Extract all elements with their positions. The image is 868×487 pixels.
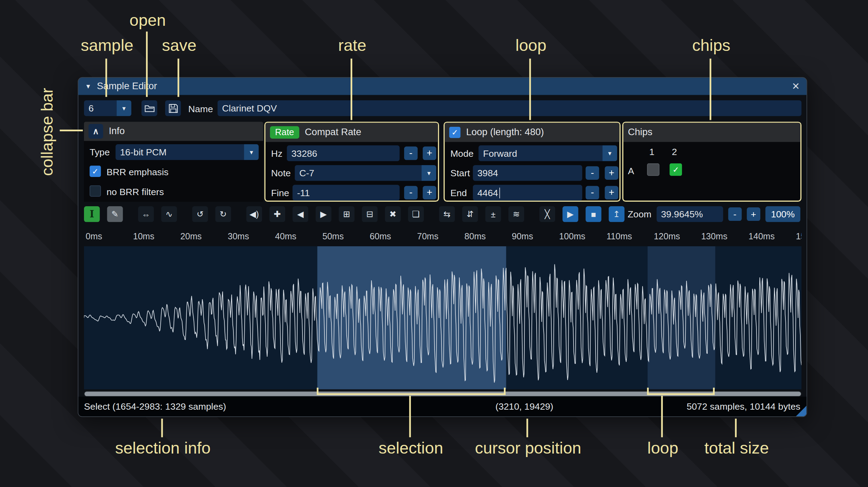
collapse-bar-button[interactable]: ∧ xyxy=(89,124,103,139)
delete-icon: ✖ xyxy=(389,209,396,219)
open-button[interactable] xyxy=(141,100,157,116)
trim-button[interactable]: ❏ xyxy=(408,206,424,222)
rate-toggle-button[interactable]: Rate xyxy=(270,126,299,139)
fade-in-button[interactable]: ◀ xyxy=(292,206,308,222)
resize-icon: ⇔ xyxy=(142,209,150,219)
note-selector[interactable]: C-7 ▼ xyxy=(295,165,436,181)
no-brr-filters-checkbox[interactable] xyxy=(90,185,101,196)
chips-column-2-label: 2 xyxy=(672,147,677,157)
chevron-up-icon: ∧ xyxy=(93,126,99,136)
fine-input[interactable]: -11 xyxy=(292,185,399,201)
name-label: Name xyxy=(188,104,213,115)
annotation-total-size-line xyxy=(735,419,737,437)
name-input[interactable]: Clarinet DQV xyxy=(217,100,801,116)
annotation-rate-label: rate xyxy=(338,36,367,55)
brr-emphasis-label: BRR emphasis xyxy=(107,164,169,180)
annotation-cursor-position-line xyxy=(527,419,528,437)
zoom-out-button[interactable]: - xyxy=(728,207,742,221)
resize-button[interactable]: ⇔ xyxy=(138,206,154,222)
hz-label: Hz xyxy=(271,145,283,161)
chips-row-a-label: A xyxy=(628,166,634,177)
timeline-tick: 60ms xyxy=(370,232,391,242)
type-selector[interactable]: 16-bit PCM ▼ xyxy=(116,144,259,160)
hz-decrease-button[interactable]: - xyxy=(404,147,418,160)
type-label: Type xyxy=(90,144,110,160)
draw-mode-button[interactable]: ✎ xyxy=(107,206,123,222)
amplify-button[interactable]: ◀) xyxy=(246,206,262,222)
loop-start-decrease-button[interactable]: - xyxy=(586,166,599,180)
zoom-in-button[interactable]: + xyxy=(747,207,760,221)
redo-button[interactable]: ↻ xyxy=(215,206,231,222)
apply-filter-button[interactable]: ≋ xyxy=(508,206,524,222)
waveform-display[interactable] xyxy=(84,246,801,389)
brr-emphasis-checkbox[interactable]: ✓ xyxy=(90,166,101,177)
annotation-cursor-position-label: cursor position xyxy=(475,439,581,457)
timeline-tick: 40ms xyxy=(275,232,296,242)
close-icon[interactable]: ✕ xyxy=(792,80,800,92)
loop-end-decrease-button[interactable]: - xyxy=(586,186,599,200)
reverse-button[interactable]: ⇆ xyxy=(439,206,455,222)
delete-button[interactable]: ✖ xyxy=(385,206,401,222)
mode-label: Mode xyxy=(450,145,474,161)
chips-column-1-label: 1 xyxy=(649,147,654,157)
titlebar[interactable]: ▼ Sample Editor ✕ xyxy=(78,78,807,95)
upload-sample-button[interactable]: ↥ xyxy=(609,206,624,222)
loop-end-label: End xyxy=(450,185,467,201)
page: ▼ Sample Editor ✕ 6 ▼ Name Clarinet DQV xyxy=(0,0,868,487)
zoom-label: Zoom xyxy=(628,209,651,219)
loop-end-value: 4464 xyxy=(477,187,498,198)
annotation-total-size-label: total size xyxy=(705,439,769,457)
normalize-button[interactable]: ✚ xyxy=(269,206,285,222)
sample-selector[interactable]: 6 ▼ xyxy=(84,100,131,116)
rate-title: Compat Rate xyxy=(305,127,361,138)
apply-silence-icon: ⊟ xyxy=(366,209,373,219)
loop-mode-selector[interactable]: Forward ▼ xyxy=(478,145,617,161)
loop-checkbox[interactable]: ✓ xyxy=(449,127,460,138)
annotation-sample-label: sample xyxy=(81,36,133,55)
hz-input[interactable]: 33286 xyxy=(287,145,400,161)
undo-button[interactable]: ↺ xyxy=(192,206,208,222)
signed-unsigned-button[interactable]: ± xyxy=(485,206,501,222)
timeline-tick: 120ms xyxy=(654,232,680,242)
chip-1-checkbox[interactable] xyxy=(647,163,660,176)
timeline-tick: 10ms xyxy=(133,232,154,242)
edit-mode-button[interactable]: I xyxy=(84,206,100,222)
resample-button[interactable]: ∿ xyxy=(161,206,177,222)
fine-decrease-button[interactable]: - xyxy=(404,186,418,200)
floppy-icon xyxy=(168,103,178,114)
status-bar: Select (1654-2983: 1329 samples) (3210, … xyxy=(78,397,807,417)
timeline-tick: 80ms xyxy=(464,232,486,242)
preview-button[interactable]: ▶ xyxy=(562,206,578,222)
chip-2-checkbox[interactable]: ✓ xyxy=(670,163,682,176)
zoom-reset-button[interactable]: 100% xyxy=(765,206,800,222)
rate-panel-header: Rate Compat Rate xyxy=(266,123,438,142)
window-title: Sample Editor xyxy=(97,80,157,92)
timeline-tick: 30ms xyxy=(228,232,249,242)
annotation-selection-info-label: selection info xyxy=(115,439,211,457)
save-button[interactable] xyxy=(165,100,181,116)
fine-increase-button[interactable]: + xyxy=(423,186,436,200)
loop-end-input[interactable]: 4464 xyxy=(473,185,582,201)
zoom-input[interactable]: 39.9645% xyxy=(656,206,723,222)
loop-panel-header: ✓ Loop (length: 480) xyxy=(445,123,619,142)
fine-label: Fine xyxy=(271,185,289,201)
scrollbar-thumb[interactable] xyxy=(85,392,801,396)
waveform-scrollbar[interactable] xyxy=(84,391,801,397)
loop-end-increase-button[interactable]: + xyxy=(605,186,619,200)
timeline-ruler[interactable]: 0ms10ms20ms30ms40ms50ms60ms70ms80ms90ms1… xyxy=(84,229,801,244)
invert-button[interactable]: ⇵ xyxy=(462,206,478,222)
loop-start-increase-button[interactable]: + xyxy=(605,166,619,180)
hz-increase-button[interactable]: + xyxy=(423,147,436,160)
window-collapse-icon[interactable]: ▼ xyxy=(85,83,91,90)
fade-in-icon: ◀ xyxy=(297,209,304,219)
zoom-controls: Zoom 39.9645% - + 100% xyxy=(628,206,800,222)
invert-icon: ⇵ xyxy=(467,209,474,219)
fade-out-button[interactable]: ▶ xyxy=(316,206,331,222)
loop-start-input[interactable]: 3984 xyxy=(473,165,582,181)
crossfade-loop-button[interactable]: ╳ xyxy=(539,206,555,222)
stop-preview-button[interactable]: ■ xyxy=(586,206,601,222)
timeline-tick: 20ms xyxy=(180,232,202,242)
insert-silence-button[interactable]: ⊞ xyxy=(339,206,354,222)
apply-silence-button[interactable]: ⊟ xyxy=(362,206,377,222)
stop-preview-icon: ■ xyxy=(591,209,596,219)
